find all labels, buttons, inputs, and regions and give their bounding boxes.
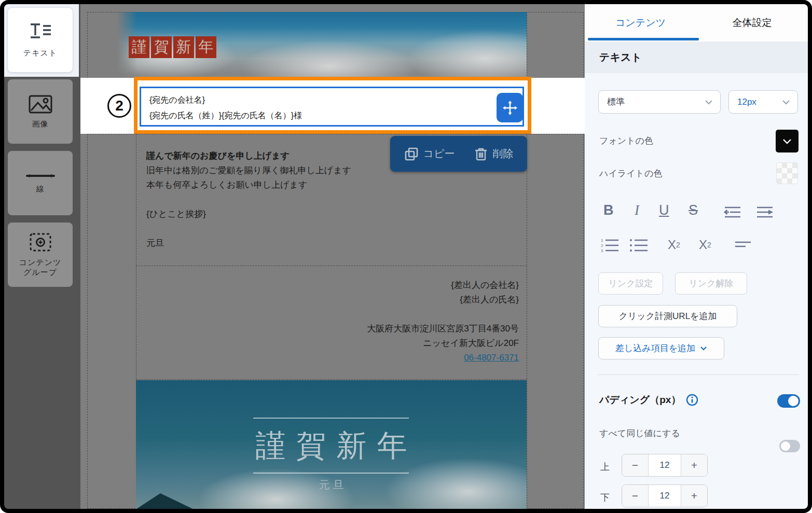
link-unset-button[interactable]: リンク解除 bbox=[675, 272, 747, 295]
tool-content-group-label: コンテンツグループ bbox=[19, 257, 62, 277]
underline-button[interactable]: U bbox=[659, 203, 669, 217]
chevron-down-icon bbox=[700, 346, 707, 351]
superscript-button[interactable]: X2 bbox=[668, 239, 680, 251]
info-icon[interactable] bbox=[686, 394, 698, 406]
sender-line: 大阪府大阪市淀川区宮原3丁目4番30号 bbox=[236, 322, 519, 336]
greeting-line: 本年も何卒よろしくお願い申し上げます bbox=[146, 178, 468, 192]
chevron-down-icon bbox=[782, 138, 792, 144]
link-set-button[interactable]: リンク設定 bbox=[598, 272, 663, 295]
align-icon bbox=[734, 241, 752, 248]
sender-line: ニッセイ新大阪ビル20F bbox=[236, 336, 519, 351]
same-value-label: すべて同じ値にする bbox=[599, 427, 680, 439]
settings-panel: コンテンツ 全体設定 テキスト 標準 12px フォントの色 ハイライトの色 B… bbox=[585, 4, 808, 509]
block-separator-3 bbox=[136, 379, 527, 380]
highlight-color-label: ハイライトの色 bbox=[599, 168, 662, 179]
section-title: テキスト bbox=[585, 41, 808, 73]
block-separator-1 bbox=[87, 134, 584, 134]
divider bbox=[598, 375, 799, 375]
recipient-text-block[interactable]: {宛先の会社名} {宛先の氏名（姓）}{宛先の氏名（名）}様 bbox=[140, 87, 524, 127]
text-tool-icon bbox=[29, 23, 52, 43]
panel-tabbar: コンテンツ 全体設定 bbox=[585, 4, 808, 41]
content-group-tool-icon bbox=[29, 232, 52, 252]
padding-top-label: 上 bbox=[600, 461, 610, 473]
tab-global-settings[interactable]: 全体設定 bbox=[696, 4, 808, 41]
sender-line: {差出人の会社名} bbox=[236, 278, 519, 293]
tool-text-label: テキスト bbox=[23, 48, 57, 58]
tool-image-label: 画像 bbox=[32, 119, 49, 129]
click-tracking-url-button[interactable]: クリック計測URLを追加 bbox=[598, 305, 737, 327]
tab-contents[interactable]: コンテンツ bbox=[585, 4, 696, 41]
padding-top-stepper: − 12 + bbox=[622, 454, 708, 477]
line-tool-icon bbox=[26, 173, 55, 178]
block-separator-2 bbox=[136, 266, 527, 266]
greeting-line: 元旦 bbox=[146, 236, 468, 251]
block-action-toolbar: コピー 削除 bbox=[390, 136, 527, 172]
tool-content-group[interactable]: コンテンツグループ bbox=[7, 222, 73, 287]
highlight-color-swatch[interactable] bbox=[776, 162, 798, 184]
sender-phone-link[interactable]: 06-4807-6371 bbox=[464, 353, 519, 363]
copy-block-button[interactable]: コピー bbox=[404, 147, 455, 161]
padding-bottom-stepper: − 12 + bbox=[622, 484, 708, 507]
unordered-list-icon bbox=[629, 239, 648, 252]
outdent-button[interactable] bbox=[724, 206, 741, 218]
delete-block-button[interactable]: 削除 bbox=[474, 147, 513, 161]
italic-button[interactable]: I bbox=[635, 203, 639, 217]
merge-field-dropdown-button[interactable]: 差し込み項目を追加 bbox=[598, 337, 724, 359]
decrement-button[interactable]: − bbox=[622, 485, 649, 507]
increment-button[interactable]: + bbox=[681, 485, 707, 507]
font-color-label: フォントの色 bbox=[599, 135, 653, 147]
font-color-swatch[interactable] bbox=[776, 130, 799, 152]
annotation-step-number: 2 bbox=[107, 94, 131, 118]
decorative-rule bbox=[253, 418, 409, 419]
mountain-silhouette bbox=[136, 493, 199, 509]
active-tab-underline bbox=[588, 38, 699, 40]
indent-icon bbox=[756, 206, 774, 218]
align-button[interactable] bbox=[734, 241, 752, 248]
stamp-char: 謹 bbox=[129, 36, 149, 58]
svg-text:3: 3 bbox=[601, 248, 603, 252]
decrement-button[interactable]: − bbox=[622, 454, 649, 476]
increment-button[interactable]: + bbox=[681, 454, 707, 476]
ordered-list-icon: 123 bbox=[600, 239, 619, 252]
tool-text[interactable]: テキスト bbox=[7, 7, 73, 73]
stamp-char: 賀 bbox=[151, 36, 172, 58]
copy-icon bbox=[404, 147, 419, 161]
tool-line-label: 線 bbox=[36, 184, 45, 193]
outdent-icon bbox=[724, 206, 741, 218]
email-editor-canvas: 謹 賀 新 年 2 {宛先の会社名} {宛先の氏名（姓）}{宛先の氏名（名）}様… bbox=[80, 4, 585, 509]
strikethrough-button[interactable]: S bbox=[689, 203, 698, 217]
image-tool-icon bbox=[29, 95, 52, 114]
padding-bottom-value[interactable]: 12 bbox=[649, 485, 681, 507]
tool-line[interactable]: 線 bbox=[7, 150, 73, 216]
ordered-list-button[interactable]: 123 bbox=[600, 239, 619, 252]
padding-top-value[interactable]: 12 bbox=[649, 454, 681, 476]
decorative-rule bbox=[253, 473, 409, 474]
header-stamp-kanji: 謹 賀 新 年 bbox=[129, 36, 216, 58]
recipient-line-company: {宛先の会社名} bbox=[149, 92, 522, 108]
sender-line: {差出人の氏名} bbox=[236, 293, 519, 307]
same-value-toggle[interactable] bbox=[779, 440, 800, 452]
svg-text:2: 2 bbox=[601, 243, 603, 248]
bold-button[interactable]: B bbox=[603, 203, 614, 217]
chevron-down-icon bbox=[782, 100, 790, 105]
stamp-char: 年 bbox=[196, 36, 216, 58]
subscript-button[interactable]: X2 bbox=[699, 239, 711, 251]
padding-label: パディング（px） bbox=[599, 393, 681, 407]
padding-enabled-toggle[interactable] bbox=[777, 394, 800, 408]
trash-icon bbox=[474, 147, 488, 161]
unordered-list-button[interactable] bbox=[629, 239, 648, 252]
sender-text-block[interactable]: {差出人の会社名} {差出人の氏名} 大阪府大阪市淀川区宮原3丁目4番30号 ニ… bbox=[236, 278, 519, 365]
padding-bottom-label: 下 bbox=[600, 491, 610, 504]
drag-move-handle[interactable] bbox=[497, 93, 523, 122]
stamp-char: 新 bbox=[173, 36, 194, 58]
footer-image-subtitle: 元旦 bbox=[136, 478, 527, 492]
recipient-line-name: {宛先の氏名（姓）}{宛先の氏名（名）}様 bbox=[149, 108, 522, 123]
font-family-select[interactable]: 標準 bbox=[598, 90, 721, 114]
indent-button[interactable] bbox=[756, 206, 774, 218]
footer-greeting-image[interactable]: 謹賀新年 元旦 bbox=[136, 380, 527, 509]
tool-image[interactable]: 画像 bbox=[7, 79, 73, 144]
chevron-down-icon bbox=[705, 100, 713, 105]
svg-text:1: 1 bbox=[601, 239, 603, 243]
font-size-select[interactable]: 12px bbox=[728, 90, 798, 114]
footer-image-title: 謹賀新年 bbox=[136, 426, 527, 466]
